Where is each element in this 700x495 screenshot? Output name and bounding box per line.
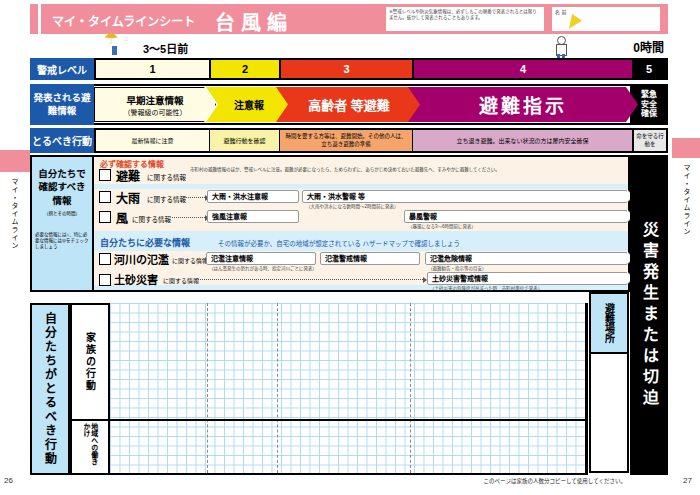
- rain-info-label: 大雨: [116, 189, 140, 206]
- level-5-cell: 5: [632, 60, 666, 78]
- sheet-title: マイ・タイムラインシート: [52, 12, 195, 29]
- alert-level-row-label: 警戒レベル: [30, 58, 94, 80]
- left-margin-tab: [0, 150, 30, 172]
- checkbox-rain[interactable]: [99, 191, 111, 203]
- disaster-imminent-bar: 災害発生または切迫: [630, 155, 668, 475]
- action-2-cell: 避難行動を確認: [209, 130, 279, 151]
- left-page-number: 26: [4, 476, 13, 485]
- header-notice-box: ※警戒レベルや防災気象情報は、必ずしもこの順番で発表されるとは限りません。抜かし…: [386, 7, 544, 31]
- shuttlecock-person-icon: [545, 14, 585, 58]
- river-advisory-bar: 氾濫注意情報: [206, 252, 316, 265]
- action-section-side-box: 自分たちがとるべき行動: [30, 303, 70, 475]
- grid-divider-1: [207, 303, 208, 473]
- level-3-cell: 3: [279, 60, 412, 78]
- evac-info-suffix: に関する情報: [147, 172, 186, 182]
- footer-note: このページは家族の人数分コピーして使用してください。: [330, 477, 626, 485]
- grid-row-separator: [110, 419, 585, 421]
- sediment-info-label: 土砂災害: [114, 271, 158, 287]
- left-margin-label: マイ・タイムライン: [9, 178, 19, 250]
- elderly-evacuation-chevron: 高齢者 等避難: [276, 87, 422, 122]
- river-danger-bar: 氾濫危険情報: [425, 252, 628, 265]
- time-start-label: 3〜5日前: [143, 40, 188, 56]
- sheet-title-edition: 台風編: [215, 7, 293, 36]
- alert-level-row: 1 2 3 4 5: [94, 58, 668, 80]
- header-notice-text: ※警戒レベルや防災気象情報は、必ずしもこの順番で発表されるとは限りません。抜かし…: [389, 9, 541, 20]
- rain-advisory-bar: 大雨・洪水注意報: [207, 190, 299, 203]
- evac-info-note: 市町村の避難情報のほか、警戒レベルに注意。避難が必要になったら、ためらわずに、あ…: [190, 167, 530, 173]
- needed-info-subtext: その情報が必要か、自宅の地域が想定されている ハザードマップで確認しましょう: [218, 238, 460, 248]
- check-section-side-sublabel: （例とその時間）: [44, 210, 80, 216]
- checkbox-river[interactable]: [99, 253, 111, 265]
- grid-right-border: [585, 303, 587, 473]
- action-4-cell: 立ち退き避難。出来ない状況の方は屋内安全確保: [412, 130, 632, 151]
- grid-divider-2: [277, 303, 278, 473]
- shelter-label-box: 避難場所: [589, 292, 629, 354]
- river-connector: [197, 259, 205, 260]
- action-1-cell: 最新情報に注意: [96, 130, 209, 151]
- level-1-cell: 1: [96, 60, 209, 78]
- emergency-safety-line2: 安全: [641, 100, 657, 110]
- emergency-safety-line1: 緊急: [641, 90, 657, 100]
- umbrella-person-icon: ☂ ⁚⁚: [100, 31, 134, 57]
- checkbox-wind[interactable]: [99, 211, 111, 223]
- right-margin-tab: [672, 138, 700, 158]
- wind-connector: [172, 217, 205, 218]
- check-section-side-note: 必要な情報には○、特に必要な情報には◎をチェックしましょう: [35, 232, 89, 251]
- river-advisory-note: （はん濫発生の恐れがある時、指定河川ごとに発表）: [209, 266, 317, 272]
- elderly-evacuation-label: 高齢者 等避難: [308, 95, 390, 114]
- evacuation-info-row: 緊急 安全 確保 早期注意情報 （警報級の可能性） 注意報 高齢者 等避難 避難…: [94, 84, 668, 125]
- community-actions-box: 地域への働きかけ: [70, 419, 110, 475]
- advisory-label: 注意報: [234, 97, 264, 112]
- storm-warning-note: （暴風になる3〜6時間前に発表）: [408, 224, 476, 230]
- early-warning-line1: 早期注意情報: [126, 93, 183, 107]
- strip-3: [94, 285, 628, 290]
- action-3-cell: 時間を要する方等は、避難開始。その他の人は、立ち退き避難の準備: [279, 130, 412, 151]
- family-actions-box: 家族の行動: [70, 303, 110, 421]
- river-info-label: 河川の氾濫: [114, 251, 169, 267]
- sediment-warning-bar: 土砂災害警戒情報: [427, 272, 628, 285]
- wind-info-label: 風: [116, 209, 128, 226]
- checkbox-evacuation[interactable]: [99, 169, 111, 181]
- level-2-cell: 2: [209, 60, 279, 78]
- strip-1: [94, 184, 628, 189]
- action-5-cell: 命を守る行動を: [632, 130, 666, 151]
- time-end-label: 0時間: [600, 38, 664, 55]
- evacuation-order-label: 避難指示: [479, 91, 567, 118]
- sediment-connector: [195, 279, 423, 280]
- early-warning-chevron: 早期注意情報 （警報級の可能性）: [94, 87, 216, 122]
- wind-advisory-bar: 強風注意報: [207, 210, 299, 223]
- action-writing-grid[interactable]: [110, 303, 585, 473]
- right-margin-label: マイ・タイムライン: [681, 164, 691, 236]
- family-actions-label: 家族の行動: [83, 332, 98, 392]
- needed-info-header: 自分たちに必要な情報: [100, 236, 190, 249]
- sediment-info-suffix: に関する情報: [163, 276, 199, 285]
- header-accent-block: [30, 4, 38, 34]
- advisory-chevron: 注意報: [206, 87, 292, 122]
- actions-row-label: とるべき行動: [30, 128, 94, 153]
- emergency-safety-line3: 確保: [641, 109, 657, 119]
- check-section-side-label-box: 自分たちで確認すべき情報 （例とその時間） 必要な情報には○、特に必要な情報には…: [30, 155, 94, 292]
- rain-info-suffix: に関する情報: [147, 194, 186, 204]
- my-timeline-sheet-page: マイ・タイムライン 26 マイ・タイムライン 27 マイ・タイムラインシート 台…: [0, 0, 700, 495]
- storm-warning-bar: 暴風警報: [404, 210, 628, 223]
- river-info-suffix: に関する情報: [172, 256, 208, 265]
- checkbox-sediment[interactable]: [99, 274, 111, 286]
- right-page-number: 27: [683, 476, 692, 485]
- disaster-imminent-label: 災害発生または切迫: [637, 221, 661, 410]
- rain-warning-bar: 大雨・洪水警報 等: [302, 190, 628, 203]
- level-4-cell: 4: [412, 60, 632, 78]
- evacuation-info-row-label: 発表される避難情報: [30, 84, 94, 125]
- shelter-label: 避難場所: [602, 303, 617, 343]
- check-section-side-label: 自分たちで確認すべき情報: [34, 167, 90, 207]
- river-danger-note: （避難勧告・指示等の目安）: [428, 266, 487, 272]
- evac-info-label: 避難: [116, 167, 140, 184]
- grid-divider-3: [410, 303, 411, 473]
- wind-info-suffix: に関する情報: [132, 214, 171, 224]
- evacuation-order-chevron: 避難指示: [408, 87, 638, 122]
- shelter-writing-box[interactable]: [589, 352, 629, 473]
- community-actions-label: 地域への働きかけ: [82, 423, 97, 471]
- river-warning-bar: 氾濫警戒情報: [320, 252, 420, 265]
- rain-warning-note: （大雨や洪水になる数時間〜2時間前に発表）: [306, 204, 399, 210]
- sediment-warning-note: （土砂災害の危険度が高まった時、市町村単位で発表）: [430, 286, 542, 292]
- rain-connector: [183, 197, 205, 198]
